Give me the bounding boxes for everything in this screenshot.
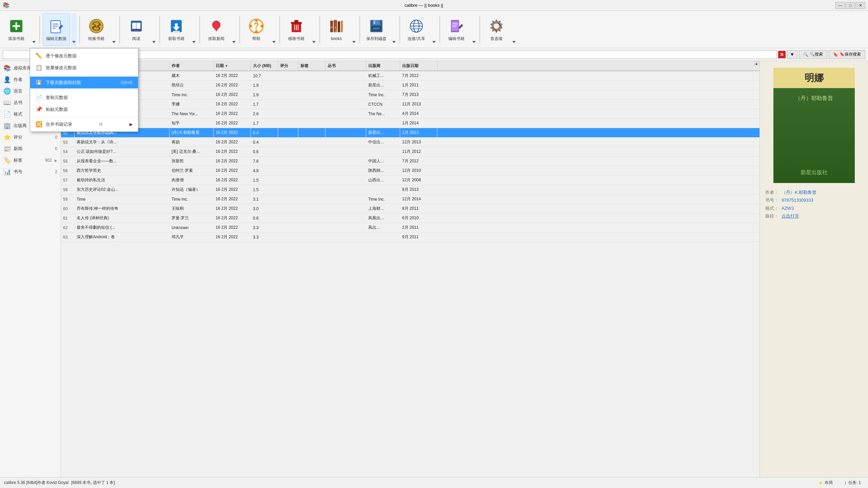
read-dropdown[interactable]: [151, 13, 157, 46]
save-button[interactable]: 保存到磁盘: [363, 13, 390, 46]
help-button[interactable]: ? 帮助: [243, 13, 270, 46]
jobs-label: ）任务: 1: [844, 480, 861, 486]
edit-meta-dropdown[interactable]: [71, 13, 77, 46]
books-dropdown[interactable]: [351, 13, 357, 46]
remove-button[interactable]: 移除书籍: [283, 13, 310, 46]
layout-button[interactable]: ⚡ 布局: [815, 479, 836, 487]
sidebar-item-ratings[interactable]: ⭐ 评分 0: [0, 131, 61, 143]
table-row[interactable]: 52诺贝尔文学奖作品典...(丹) K.耶勒鲁普16 2月 20220.4新星出…: [61, 128, 760, 138]
table-cell-2: 邓凡平: [170, 232, 214, 242]
table-row[interactable]: 53蒋勋说文学：从《诗...蒋勋16 2月 20220.4中信出...12月 2…: [61, 138, 760, 147]
convert-dropdown[interactable]: [111, 13, 117, 46]
col-header-publisher[interactable]: 出版商: [366, 61, 400, 70]
table-cell-1: 东方历史评论02:金山...: [75, 185, 170, 194]
sep5: [199, 16, 200, 43]
connect-button[interactable]: 连接/共享: [403, 13, 430, 46]
table-cell-5: [278, 185, 298, 194]
edit-book-dropdown[interactable]: [471, 13, 477, 46]
table-row[interactable]: 50The New YorkerThe New Yor...16 2月 2022…: [61, 109, 760, 119]
col-header-pubdate[interactable]: 出版日期: [400, 61, 437, 70]
table-cell-6: [298, 232, 326, 242]
table-cell-2: 蒋勋: [170, 138, 214, 147]
col-header-date[interactable]: 日期 ▼: [214, 61, 251, 70]
minimize-button[interactable]: —: [835, 2, 845, 9]
col-header-author[interactable]: 作者: [170, 61, 214, 70]
menu-edit-bulk[interactable]: 📋 批量修改元数据: [30, 62, 138, 74]
table-cell-4: 3.1: [251, 195, 278, 204]
table-cell-9: 9月 2011: [400, 232, 437, 242]
sep8: [319, 16, 320, 43]
menu-paste-meta[interactable]: 📌 粘贴元数据: [30, 103, 138, 115]
col-publisher-label: 出版商: [368, 63, 380, 69]
date-sort-icon: ▼: [225, 64, 228, 68]
maximize-button[interactable]: □: [846, 2, 855, 9]
table-row[interactable]: 59TimeTime Inc.16 2月 20223.1Time Inc.12月…: [61, 195, 760, 204]
remove-dropdown[interactable]: [311, 13, 317, 46]
table-cell-4: 1.5: [251, 176, 278, 185]
table-row[interactable]: 58东方历史评论02:金山...许知远（编著）16 2月 20221.58月 2…: [61, 185, 760, 195]
menu-download-meta[interactable]: ⬇️ 下载元数据和封面 Ctrl+D: [30, 77, 138, 88]
prefs-button[interactable]: 首选项: [483, 13, 510, 46]
sidebar-item-tags[interactable]: 🏷️ 标签 902 ▶: [0, 155, 61, 166]
table-cell-5: [278, 90, 298, 99]
table-cell-8: [366, 147, 400, 156]
table-row[interactable]: 55从报表看企业——数...张新民16 2月 20227.6中国人...7月 2…: [61, 157, 760, 166]
table-row[interactable]: 61名人传 (译林经典)罗曼·罗兰16 2月 20220.8凤凰出...6月 2…: [61, 214, 760, 223]
table-cell-4: 4.8: [251, 166, 278, 175]
sep9: [359, 16, 360, 43]
save-search-button[interactable]: 🔖 🔖保存搜索: [829, 50, 865, 59]
table-row[interactable]: 熊培云16 2月 20221.9新星出...1月 2011: [61, 81, 760, 90]
convert-button[interactable]: Aa 转换书籍: [83, 13, 110, 46]
menu-merge-records[interactable]: 🔀 合并书籍记录 M ▶: [30, 118, 138, 130]
menu-copy-meta[interactable]: 📄 复制元数据: [30, 92, 138, 103]
status-bar: calibre 5.36 [64bit]作者 Kovid Goyal [6899…: [0, 477, 868, 488]
menu-edit-individual[interactable]: ✏️ 逐个修改元数据: [30, 50, 138, 62]
sidebar-item-news[interactable]: 📰 新闻 0: [0, 143, 61, 155]
read-button[interactable]: 阅读: [123, 13, 150, 46]
get-books-dropdown[interactable]: [191, 13, 197, 46]
table-row[interactable]: 63深入理解Android：卷邓凡平16 2月 20223.39月 2011: [61, 232, 760, 242]
connect-dropdown[interactable]: [431, 13, 437, 46]
table-cell-5: [278, 119, 298, 128]
edit-bulk-icon: 📋: [36, 64, 42, 71]
toolbar: 添加书籍 编辑元数据: [0, 11, 868, 48]
search-button[interactable]: 🔍 🔍搜索: [799, 50, 827, 59]
col-header-series[interactable]: 丛书: [326, 61, 366, 70]
table-body[interactable]: ...藏木16 2月 202210.7机械工...7月 2012熊培云16 2月…: [61, 71, 760, 477]
table-cell-1: 被劫持的私生活: [75, 176, 170, 185]
table-row[interactable]: 56西方哲学简史伯特兰·罗素16 2月 20224.8陕西師...12月 201…: [61, 166, 760, 176]
table-cell-2: 张新民: [170, 157, 214, 166]
clear-search-button[interactable]: ✕: [778, 51, 786, 58]
jobs-button[interactable]: ）任务: 1: [841, 479, 864, 487]
close-button[interactable]: ✕: [856, 2, 865, 9]
col-header-tags[interactable]: 标签: [298, 61, 326, 70]
authors-icon: 👤: [3, 76, 11, 83]
table-row[interactable]: Time Inc.16 2月 20221.9Time Inc.7月 2013: [61, 90, 760, 100]
cover-subtitle: （丹）耶勒鲁普: [795, 95, 833, 102]
search-expand-button[interactable]: ▼: [787, 50, 797, 59]
scroll-up-arrow[interactable]: ▲: [753, 61, 760, 66]
sidebar-item-identifiers[interactable]: 📊 书号 2: [0, 166, 61, 178]
table-cell-7: [326, 214, 366, 223]
help-dropdown[interactable]: [271, 13, 277, 46]
add-book-dropdown[interactable]: [31, 13, 37, 46]
get-books-button[interactable]: 获取书籍: [163, 13, 190, 46]
table-row[interactable]: 49独自上场:李娜自传李娜16 2月 20221.7CTCCN11月 2013: [61, 100, 760, 109]
col-header-size[interactable]: 大小 (MB): [251, 61, 278, 70]
table-row[interactable]: 57被劫持的私生活肉唐僧16 2月 20221.5山西出...12月 2008: [61, 176, 760, 185]
table-row[interactable]: 60乔布斯传:神一样的传奇王咏刚16 2月 20223.0上海财...8月 20…: [61, 204, 760, 214]
edit-book-button[interactable]: 编辑书籍: [443, 13, 470, 46]
books-button[interactable]: C A LI BR E books: [323, 13, 350, 46]
prefs-dropdown[interactable]: [511, 13, 517, 46]
table-row[interactable]: 62最舍不得删的短信 (...Unknown16 2月 20223.3凤出...…: [61, 223, 760, 232]
news-dropdown[interactable]: [231, 13, 237, 46]
edit-meta-button[interactable]: 编辑元数据: [43, 13, 70, 46]
add-book-button[interactable]: 添加书籍: [3, 13, 30, 46]
table-row[interactable]: 51创业时,我们在知乎聊...知乎16 2月 20221.71月 2014: [61, 119, 760, 128]
table-row[interactable]: ...藏木16 2月 202210.7机械工...7月 2012: [61, 71, 760, 81]
table-row[interactable]: 54公正:该如何做是好?...[美] 迈克尔·桑...16 2月 20220.6…: [61, 147, 760, 157]
path-value[interactable]: 点击打开: [782, 212, 799, 220]
news-button[interactable]: 抓取新闻: [203, 13, 230, 46]
save-dropdown[interactable]: [391, 13, 397, 46]
col-header-rating[interactable]: 评分: [278, 61, 298, 70]
